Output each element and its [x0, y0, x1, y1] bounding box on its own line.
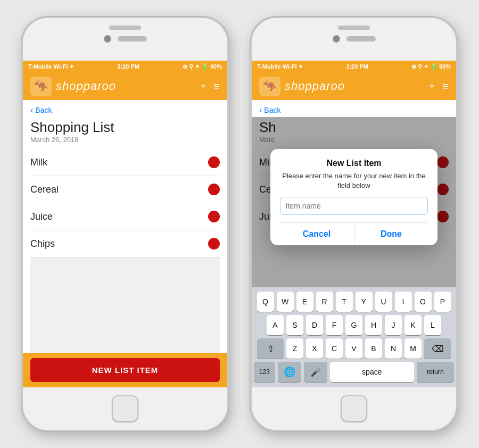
page-date-1: March 26, 2018 — [30, 136, 220, 144]
phone-1: T-Mobile Wi-Fi ✦ 3:20 PM ⊕ ⚲ ✦ 🔋 90% 🦘 s… — [21, 16, 229, 432]
list-item-dot[interactable] — [208, 238, 220, 250]
status-carrier: T-Mobile Wi-Fi ✦ — [28, 63, 75, 70]
menu-icon[interactable]: ≡ — [213, 80, 220, 93]
cancel-button[interactable]: Cancel — [280, 223, 354, 245]
bottom-bezel-2 — [252, 387, 456, 430]
key-e[interactable]: E — [296, 292, 313, 312]
menu-icon-2[interactable]: ≡ — [442, 80, 449, 93]
key-m[interactable]: M — [404, 338, 422, 359]
key-z[interactable]: Z — [286, 338, 303, 359]
home-button-1[interactable] — [112, 395, 138, 422]
key-w[interactable]: W — [277, 292, 294, 312]
key-l[interactable]: L — [424, 315, 441, 335]
list-item-cereal[interactable]: Cereal — [30, 176, 220, 203]
speaker — [109, 26, 141, 30]
bottom-bezel-1 — [23, 387, 227, 430]
keyboard-row-4: 123 🌐 🎤 space return — [254, 362, 454, 382]
camera — [104, 35, 111, 43]
phone-2: T-Mobile Wi-Fi ✦ 3:20 PM ⊕ ⚲ ✦ 🔋 90% 🦘 s… — [250, 16, 458, 432]
page-content-2: Shopping List March 26, 2018 Milk Cereal… — [252, 117, 456, 287]
key-j[interactable]: J — [385, 315, 402, 335]
key-n[interactable]: N — [385, 338, 402, 359]
camera-area — [104, 35, 147, 43]
key-g[interactable]: G — [345, 315, 362, 335]
microphone-key[interactable]: 🎤 — [304, 362, 327, 382]
keyboard-row-1: Q W E R T Y U I O P — [254, 292, 454, 312]
status-bar-2: T-Mobile Wi-Fi ✦ 3:20 PM ⊕ ⚲ ✦ 🔋 90% — [252, 61, 456, 72]
key-b[interactable]: B — [365, 338, 382, 359]
home-button-2[interactable] — [341, 395, 367, 422]
key-a[interactable]: A — [267, 315, 284, 335]
keyboard-row-3: ⇧ Z X C V B N M ⌫ — [254, 338, 454, 359]
key-i[interactable]: I — [395, 292, 412, 312]
chevron-left-icon: ‹ — [30, 105, 33, 115]
page-content-1: Shopping List March 26, 2018 Milk Cereal… — [23, 117, 227, 353]
chevron-left-icon-2: ‹ — [259, 105, 262, 115]
key-k[interactable]: K — [404, 315, 422, 335]
app-header-1: 🦘 shopparoo + ≡ — [23, 72, 227, 100]
list-item-label: Milk — [30, 157, 47, 168]
list-item-dot[interactable] — [208, 184, 220, 195]
list-item-dot[interactable] — [208, 211, 220, 222]
list-item-dot[interactable] — [208, 156, 220, 168]
top-bezel-2 — [252, 18, 456, 61]
back-button-2[interactable]: ‹ Back — [252, 100, 456, 117]
key-f[interactable]: F — [326, 315, 343, 335]
numbers-key[interactable]: 123 — [254, 362, 275, 382]
space-key[interactable]: space — [330, 362, 414, 382]
status-icons: ⊕ ⚲ ✦ 🔋 90% — [183, 63, 222, 70]
bottom-bar-1: NEW LIST ITEM — [23, 353, 227, 387]
back-button-1[interactable]: ‹ Back — [23, 100, 227, 117]
list-empty-area — [30, 258, 220, 353]
key-v[interactable]: V — [345, 338, 362, 359]
key-p[interactable]: P — [434, 292, 451, 312]
key-d[interactable]: D — [306, 315, 323, 335]
key-s[interactable]: S — [286, 315, 303, 335]
status-icons-2: ⊕ ⚲ ✦ 🔋 90% — [411, 63, 451, 70]
header-icons-2: + ≡ — [429, 80, 449, 93]
page-title-1: Shopping List — [30, 119, 220, 136]
key-x[interactable]: X — [306, 338, 323, 359]
key-y[interactable]: Y — [356, 292, 373, 312]
dialog-buttons: Cancel Done — [280, 222, 428, 245]
delete-key[interactable]: ⌫ — [424, 338, 451, 359]
key-o[interactable]: O — [415, 292, 432, 312]
front-speaker-2 — [346, 36, 376, 42]
dialog-title: New List Item — [280, 159, 428, 168]
new-list-item-button[interactable]: NEW LIST ITEM — [30, 358, 220, 382]
key-c[interactable]: C — [326, 338, 343, 359]
app-header-2: 🦘 shopparoo + ≡ — [252, 72, 456, 100]
back-label-2: Back — [264, 106, 280, 114]
list-item-label: Chips — [30, 238, 55, 250]
list-item-milk[interactable]: Milk — [30, 149, 220, 176]
camera-area-2 — [333, 35, 376, 43]
key-u[interactable]: U — [375, 292, 392, 312]
plus-icon-2[interactable]: + — [429, 80, 435, 93]
new-item-dialog: New List Item Please enter the name for … — [270, 149, 438, 245]
key-h[interactable]: H — [365, 315, 382, 335]
key-q[interactable]: Q — [257, 292, 274, 312]
list-item-label: Cereal — [30, 184, 59, 195]
top-bezel — [23, 18, 227, 61]
status-time-2: 3:20 PM — [346, 63, 368, 70]
back-label-1: Back — [35, 106, 52, 114]
return-key[interactable]: return — [417, 362, 454, 382]
dialog-overlay: New List Item Please enter the name for … — [252, 117, 456, 287]
list-item-chips[interactable]: Chips — [30, 230, 220, 258]
header-icons-1: + ≡ — [200, 80, 220, 93]
key-r[interactable]: R — [316, 292, 333, 312]
globe-key[interactable]: 🌐 — [278, 362, 301, 382]
app-title-1: shopparoo — [56, 79, 200, 93]
logo-icon-2: 🦘 — [259, 77, 280, 96]
keyboard: Q W E R T Y U I O P A S D F G H J K L — [252, 287, 456, 387]
speaker-2 — [338, 26, 370, 30]
item-name-input[interactable] — [280, 197, 428, 215]
list-item-juice[interactable]: Juice — [30, 203, 220, 230]
status-time: 3:20 PM — [117, 63, 139, 70]
plus-icon[interactable]: + — [200, 80, 207, 93]
shift-key[interactable]: ⇧ — [257, 338, 284, 359]
done-button[interactable]: Done — [354, 223, 428, 245]
key-t[interactable]: T — [336, 292, 353, 312]
screen-1: T-Mobile Wi-Fi ✦ 3:20 PM ⊕ ⚲ ✦ 🔋 90% 🦘 s… — [23, 61, 227, 387]
screen-2: T-Mobile Wi-Fi ✦ 3:20 PM ⊕ ⚲ ✦ 🔋 90% 🦘 s… — [252, 61, 456, 387]
